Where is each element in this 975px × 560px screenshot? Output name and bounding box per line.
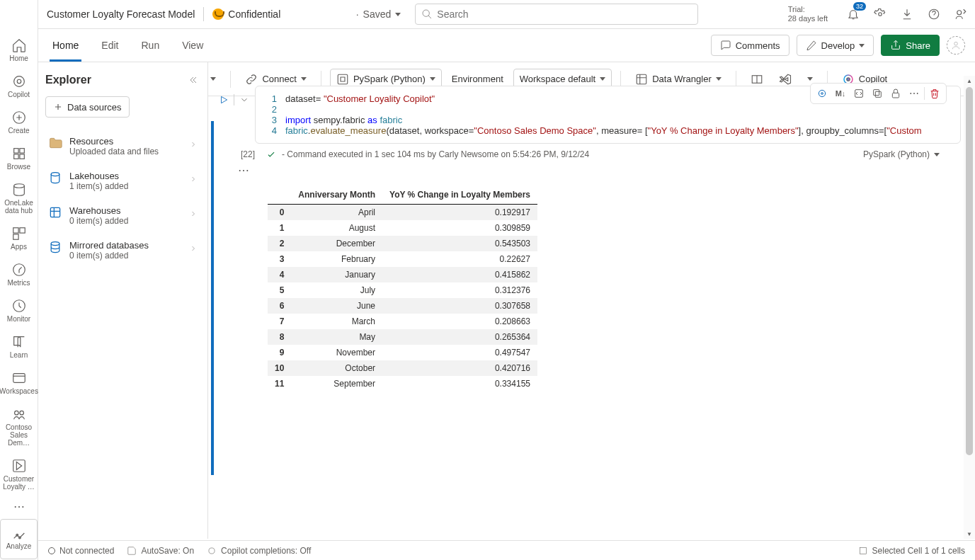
cell-language[interactable]: PySpark (Python) [863, 149, 940, 159]
svg-point-15 [19, 411, 23, 415]
confidential-icon [212, 8, 224, 20]
document-title: Customer Loyalty Forecast Model [47, 8, 195, 20]
rail-workspaces[interactable]: Workspaces [0, 365, 38, 401]
rail-create[interactable]: Create [0, 104, 38, 140]
rail-browse[interactable]: Browse [0, 140, 38, 176]
cell-copy-icon[interactable] [869, 85, 886, 102]
rail-home[interactable]: Home [0, 32, 38, 68]
connection-status[interactable]: Not connected [48, 546, 114, 556]
cell-markdown-icon[interactable]: M↓ [832, 85, 849, 102]
cell-lock-icon[interactable] [887, 85, 904, 102]
collapse-icon[interactable] [189, 74, 200, 86]
table-row: 2December0.543503 [268, 236, 537, 251]
exec-status: - Command executed in 1 sec 104 ms by Ca… [282, 149, 589, 159]
sensitivity-label[interactable]: Confidential [212, 8, 280, 20]
explorer-item[interactable]: ResourcesUploaded data and files [45, 129, 200, 164]
svg-point-23 [954, 42, 958, 45]
search-icon [421, 8, 433, 20]
output-table: Anniversary Month YoY % Change in Loyalt… [268, 185, 537, 392]
explorer-item[interactable]: Mirrored databases0 item(s) added [45, 233, 200, 268]
rail-customer[interactable]: Customer Loyalty … [0, 452, 38, 496]
divider [203, 7, 204, 21]
chevron-down-icon [395, 13, 401, 16]
run-cell-dropdown[interactable] [237, 93, 251, 107]
cell-delete-icon[interactable] [926, 85, 943, 102]
help-icon[interactable] [927, 7, 941, 21]
rail-contoso[interactable]: Contoso Sales Dem… [0, 401, 38, 452]
notifications-icon[interactable]: 32 [846, 7, 860, 21]
table-row: 3February0.22627 [268, 251, 537, 267]
table-row: 4January0.415862 [268, 267, 537, 282]
svg-point-22 [957, 11, 962, 15]
cell-copilot-icon[interactable] [814, 85, 831, 102]
explorer-item[interactable]: Warehouses0 item(s) added [45, 198, 200, 233]
cell-toolbar: M↓ ⋯ [810, 83, 947, 104]
svg-point-20 [879, 13, 882, 16]
success-icon [266, 149, 276, 159]
output-menu-icon[interactable]: ⋯ [238, 164, 961, 177]
tab-home[interactable]: Home [41, 29, 90, 62]
svg-rect-9 [19, 228, 24, 233]
cell-more-icon[interactable]: ⋯ [906, 85, 923, 102]
feedback-icon[interactable] [954, 7, 968, 21]
svg-rect-36 [875, 91, 881, 97]
presence-avatar[interactable] [947, 36, 965, 55]
tab-run[interactable]: Run [130, 29, 171, 62]
cell-focus-indicator [211, 121, 214, 475]
tab-edit[interactable]: Edit [90, 29, 130, 62]
settings-icon[interactable] [873, 7, 887, 21]
table-row: 1August0.309859 [268, 220, 537, 236]
search-input[interactable] [437, 8, 692, 20]
svg-point-34 [821, 93, 823, 95]
table-row: 8May0.265364 [268, 329, 537, 345]
share-button[interactable]: Share [881, 35, 940, 56]
autosave-status[interactable]: AutoSave: On [127, 546, 194, 556]
cell-convert-icon[interactable] [850, 85, 867, 102]
rail-copilot[interactable]: Copilot [0, 68, 38, 104]
rail-metrics[interactable]: Metrics [0, 256, 38, 292]
comments-button[interactable]: Comments [711, 35, 789, 56]
rail-apps[interactable]: Apps [0, 220, 38, 256]
search-box[interactable] [415, 4, 698, 25]
svg-point-1 [17, 79, 21, 84]
table-row: 11September0.334155 [268, 376, 537, 392]
vertical-scrollbar[interactable]: ▲ ▼ [964, 76, 975, 539]
svg-rect-16 [13, 460, 25, 472]
svg-rect-10 [13, 234, 18, 239]
tab-view[interactable]: View [171, 29, 215, 62]
svg-point-39 [209, 547, 215, 553]
table-row: 9November0.497547 [268, 345, 537, 360]
develop-button[interactable]: Develop [797, 35, 874, 56]
save-status[interactable]: · Saved [356, 8, 401, 20]
svg-point-33 [819, 90, 825, 96]
run-cell-icon[interactable] [217, 93, 231, 107]
svg-rect-40 [860, 547, 866, 554]
svg-rect-3 [13, 149, 18, 153]
svg-rect-5 [13, 154, 18, 159]
svg-point-32 [51, 242, 59, 246]
table-row: 0April0.192917 [268, 205, 537, 221]
svg-point-30 [51, 173, 59, 176]
trial-status: Trial:28 days left [788, 5, 828, 23]
svg-rect-6 [19, 154, 23, 159]
rail-analyze[interactable]: Analyze [0, 519, 38, 559]
rail-onelake[interactable]: OneLake data hub [0, 176, 38, 220]
explorer-panel: Explorer Data sources ResourcesUploaded … [38, 62, 208, 539]
svg-rect-8 [13, 228, 18, 233]
download-icon[interactable] [900, 7, 914, 21]
table-row: 5July0.312376 [268, 282, 537, 298]
selection-status: Selected Cell 1 of 1 cells [858, 546, 965, 556]
table-row: 6June0.307658 [268, 298, 537, 314]
svg-point-7 [13, 184, 24, 188]
data-sources-button[interactable]: Data sources [45, 96, 130, 118]
explorer-item[interactable]: Lakehouses1 item(s) added [45, 164, 200, 198]
svg-rect-38 [892, 93, 899, 98]
svg-point-14 [14, 411, 18, 415]
rail-monitor[interactable]: Monitor [0, 292, 38, 328]
explorer-title: Explorer [45, 74, 91, 86]
svg-rect-31 [50, 207, 59, 217]
copilot-status[interactable]: Copilot completions: Off [207, 546, 311, 556]
rail-more[interactable]: ⋯ [0, 496, 38, 518]
table-row: 7March0.208663 [268, 314, 537, 329]
rail-learn[interactable]: Learn [0, 328, 38, 365]
